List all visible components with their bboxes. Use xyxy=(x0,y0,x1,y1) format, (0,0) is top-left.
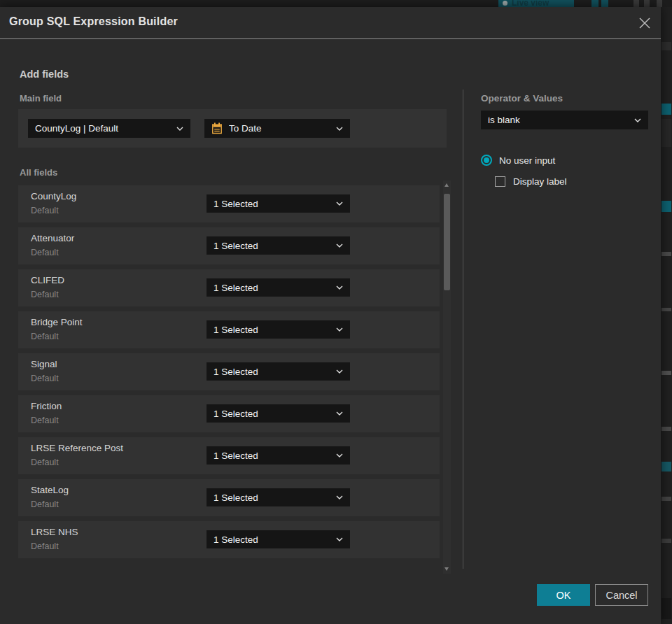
field-selected-value: 1 Selected xyxy=(214,199,330,209)
radio-selected-icon xyxy=(481,155,492,166)
main-field-value-select[interactable]: To Date xyxy=(204,119,350,138)
field-subtitle: Default xyxy=(31,541,59,551)
field-selected-value: 1 Selected xyxy=(214,241,330,251)
main-field-container: CountyLog | Default To Date xyxy=(18,109,447,148)
chevron-down-icon xyxy=(336,327,343,332)
dialog-header: Group SQL Expression Builder xyxy=(0,7,661,39)
field-subtitle: Default xyxy=(31,416,59,425)
background-fragment xyxy=(662,308,671,311)
scrollbar-thumb[interactable] xyxy=(444,194,450,290)
background-toolbar-icon xyxy=(644,0,650,7)
field-selected-dropdown[interactable]: 1 Selected xyxy=(206,530,350,548)
chevron-down-icon xyxy=(634,118,641,122)
display-label-label: Display label xyxy=(513,176,567,187)
field-subtitle: Default xyxy=(31,248,59,257)
scrollbar-down-arrow[interactable] xyxy=(444,567,449,571)
field-name: Attenuator xyxy=(31,233,74,243)
background-right-edge xyxy=(661,7,672,624)
chevron-down-icon xyxy=(336,411,343,416)
field-selected-value: 1 Selected xyxy=(214,283,330,293)
group-sql-expression-builder-dialog: Group SQL Expression Builder Add fields … xyxy=(0,7,661,624)
chevron-down-icon xyxy=(336,285,343,290)
background-fragment xyxy=(662,371,671,375)
operator-values-heading: Operator & Values xyxy=(481,93,563,104)
field-name: Friction xyxy=(31,401,62,411)
no-user-input-label: No user input xyxy=(499,155,555,166)
panel-divider xyxy=(463,90,463,569)
main-field-select[interactable]: CountyLog | Default xyxy=(28,119,190,138)
chevron-down-icon xyxy=(336,537,343,541)
field-selected-value: 1 Selected xyxy=(214,451,330,461)
background-fragment xyxy=(662,252,671,256)
field-name: Signal xyxy=(31,359,57,369)
field-row: Signal Default 1 Selected xyxy=(18,353,440,390)
background-toolbar-icon xyxy=(634,0,639,7)
chevron-down-icon xyxy=(176,127,183,131)
no-user-input-radio[interactable]: No user input xyxy=(481,155,555,166)
field-selected-value: 1 Selected xyxy=(214,325,330,335)
field-row: CLIFED Default 1 Selected xyxy=(18,269,440,306)
close-icon xyxy=(638,17,651,29)
chevron-down-icon xyxy=(336,495,343,499)
background-toolbar-icon xyxy=(657,0,662,7)
field-selected-dropdown[interactable]: 1 Selected xyxy=(206,278,350,297)
field-subtitle: Default xyxy=(31,499,59,509)
field-selected-dropdown[interactable]: 1 Selected xyxy=(206,236,350,255)
field-selected-dropdown[interactable]: 1 Selected xyxy=(206,194,350,213)
operator-select[interactable]: is blank xyxy=(481,111,648,129)
background-fragment xyxy=(662,201,671,212)
fields-list-scrollbar[interactable] xyxy=(443,180,451,574)
field-name: StateLog xyxy=(31,485,69,495)
background-app-toolbar: Live view xyxy=(0,0,672,7)
field-name: LRSE Reference Post xyxy=(31,443,123,453)
field-selected-dropdown[interactable]: 1 Selected xyxy=(206,404,350,423)
all-fields-list: CountyLog Default 1 Selected Attenuator … xyxy=(18,185,440,563)
field-selected-dropdown[interactable]: 1 Selected xyxy=(206,488,350,506)
field-subtitle: Default xyxy=(31,458,59,467)
live-view-label: Live view xyxy=(512,0,549,7)
field-row: Bridge Point Default 1 Selected xyxy=(18,311,440,348)
background-fragment xyxy=(662,119,671,147)
field-selected-dropdown[interactable]: 1 Selected xyxy=(206,446,350,465)
field-subtitle: Default xyxy=(31,206,59,215)
background-fragment xyxy=(662,462,671,471)
field-subtitle: Default xyxy=(31,374,59,383)
display-label-checkbox[interactable]: Display label xyxy=(495,176,567,187)
field-name: LRSE NHS xyxy=(31,527,78,537)
chevron-down-icon xyxy=(336,453,343,458)
checkbox-unchecked-icon xyxy=(495,176,505,187)
field-selected-value: 1 Selected xyxy=(214,492,330,503)
main-field-select-value: CountyLog | Default xyxy=(35,123,171,134)
field-selected-value: 1 Selected xyxy=(214,367,330,377)
field-name: Bridge Point xyxy=(31,317,83,327)
field-subtitle: Default xyxy=(31,332,59,341)
cancel-button[interactable]: Cancel xyxy=(595,584,648,606)
all-fields-label: All fields xyxy=(20,167,57,178)
field-row: CountyLog Default 1 Selected xyxy=(18,185,440,222)
scrollbar-up-arrow[interactable] xyxy=(444,183,449,187)
background-fragment xyxy=(662,539,671,543)
live-dot-icon xyxy=(503,1,507,6)
field-selected-value: 1 Selected xyxy=(214,409,330,419)
field-row: Attenuator Default 1 Selected xyxy=(18,227,440,264)
chevron-down-icon xyxy=(336,201,343,206)
chevron-down-icon xyxy=(336,127,343,131)
field-selected-dropdown[interactable]: 1 Selected xyxy=(206,320,350,339)
chevron-down-icon xyxy=(336,369,343,374)
ok-button[interactable]: OK xyxy=(537,584,590,606)
background-fragment xyxy=(662,497,671,501)
calendar-icon xyxy=(211,122,223,134)
background-fragment xyxy=(662,104,671,115)
main-field-value-select-value: To Date xyxy=(229,123,330,134)
background-fragment xyxy=(662,427,671,431)
field-subtitle: Default xyxy=(31,290,59,299)
field-row: StateLog Default 1 Selected xyxy=(18,479,440,516)
close-button[interactable] xyxy=(636,15,653,31)
field-row: LRSE NHS Default 1 Selected xyxy=(18,521,440,558)
main-field-label: Main field xyxy=(20,93,62,104)
chevron-down-icon xyxy=(336,243,343,248)
field-selected-dropdown[interactable]: 1 Selected xyxy=(206,362,350,381)
field-row: Friction Default 1 Selected xyxy=(18,395,440,432)
background-fragment xyxy=(662,598,671,619)
field-selected-value: 1 Selected xyxy=(214,534,330,545)
